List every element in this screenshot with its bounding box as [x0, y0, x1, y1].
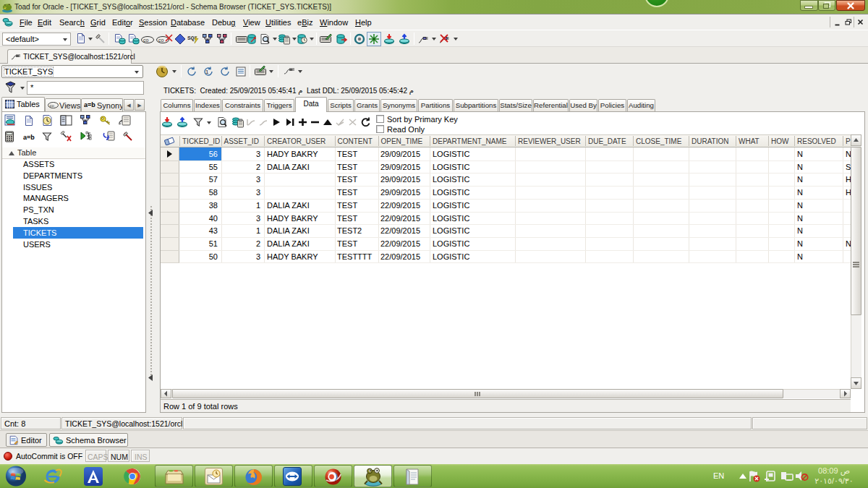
svg-text:1: 1	[205, 69, 209, 75]
svg-text:co: co	[143, 38, 149, 43]
svg-text:co: co	[50, 103, 55, 108]
svg-text:co: co	[158, 38, 164, 43]
